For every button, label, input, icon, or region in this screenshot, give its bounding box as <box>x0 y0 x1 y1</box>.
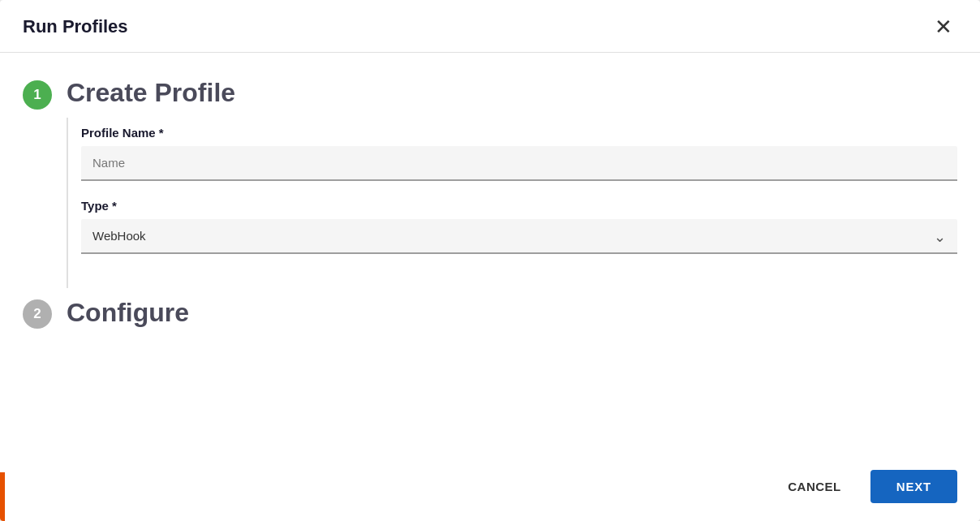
profile-name-label: Profile Name * <box>81 126 957 140</box>
next-button[interactable]: NEXT <box>870 470 957 503</box>
type-label: Type * <box>81 199 957 213</box>
step1-title: Create Profile <box>67 77 235 108</box>
profile-name-field-group: Profile Name * <box>81 126 957 181</box>
orange-bar-decoration <box>0 472 5 521</box>
dialog-footer: CANCEL NEXT <box>0 457 980 521</box>
cancel-button[interactable]: CANCEL <box>768 470 861 503</box>
step1-content: Profile Name * Type * WebHook Schedule M… <box>67 118 957 288</box>
type-select-wrapper: WebHook Schedule Manual ⌄ <box>81 219 957 254</box>
profile-name-input[interactable] <box>81 146 957 181</box>
dialog-body: 1 Create Profile Profile Name * Type * W… <box>0 53 980 457</box>
step1-section: 1 Create Profile <box>23 77 957 110</box>
step2-section: 2 Configure <box>23 296 957 329</box>
dialog-header: Run Profiles ✕ <box>0 0 980 53</box>
type-select[interactable]: WebHook Schedule Manual <box>81 219 957 254</box>
step2-badge: 2 <box>23 299 52 329</box>
run-profiles-dialog: Run Profiles ✕ 1 Create Profile Profile … <box>0 0 980 521</box>
close-button[interactable]: ✕ <box>930 15 957 39</box>
dialog-title: Run Profiles <box>23 16 128 37</box>
step2-title: Configure <box>67 297 189 328</box>
type-field-group: Type * WebHook Schedule Manual ⌄ <box>81 199 957 254</box>
step1-badge: 1 <box>23 80 52 110</box>
